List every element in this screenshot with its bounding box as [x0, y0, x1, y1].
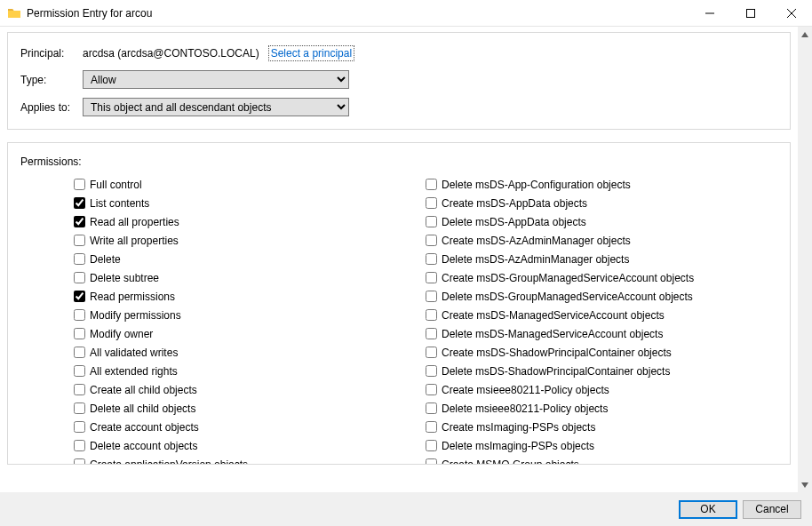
permission-item: Delete all child objects	[74, 399, 426, 418]
permissions-columns: Full controlList contentsRead all proper…	[20, 175, 777, 465]
permission-item: Delete msDS-AzAdminManager objects	[426, 250, 777, 268]
permission-checkbox[interactable]	[426, 365, 437, 377]
permission-item: List contents	[74, 194, 426, 212]
permission-checkbox[interactable]	[74, 365, 85, 377]
permissions-label: Permissions:	[20, 155, 777, 168]
scroll-up-icon[interactable]	[798, 27, 812, 42]
permission-label: Create msDS-ShadowPrincipalContainer obj…	[442, 347, 672, 359]
permission-item: Create applicationVersion objects	[74, 455, 426, 465]
permission-checkbox[interactable]	[74, 440, 85, 451]
permissions-col-right: Delete msDS-App-Configuration objectsCre…	[426, 175, 777, 465]
permission-item: Create msImaging-PSPs objects	[426, 418, 777, 436]
permission-checkbox[interactable]	[426, 347, 437, 358]
principal-label: Principal:	[20, 47, 83, 60]
permission-checkbox[interactable]	[74, 421, 85, 433]
permission-checkbox[interactable]	[426, 197, 437, 209]
permission-checkbox[interactable]	[74, 402, 85, 414]
permission-checkbox[interactable]	[426, 253, 437, 265]
permission-item: Create MSMQ Group objects	[426, 455, 777, 465]
permission-label: Delete msDS-AzAdminManager objects	[442, 253, 629, 266]
permission-checkbox[interactable]	[74, 253, 85, 265]
permission-checkbox[interactable]	[426, 309, 437, 321]
permission-label: Write all properties	[90, 235, 179, 247]
scroll-track[interactable]	[798, 42, 812, 477]
permission-label: Delete msDS-ManagedServiceAccount object…	[442, 328, 663, 340]
permission-item: Delete msieee80211-Policy objects	[426, 399, 777, 418]
permission-label: Delete msImaging-PSPs objects	[442, 440, 594, 452]
permission-label: Delete msDS-ShadowPrincipalContainer obj…	[442, 365, 670, 378]
principal-group: Principal: arcdsa (arcdsa@CONTOSO.LOCAL)…	[7, 32, 791, 130]
permission-checkbox[interactable]	[74, 272, 85, 283]
permissions-col-left: Full controlList contentsRead all proper…	[20, 175, 426, 465]
permission-checkbox[interactable]	[74, 216, 85, 227]
permission-checkbox[interactable]	[74, 458, 85, 465]
permission-item: Delete msImaging-PSPs objects	[426, 436, 777, 455]
permission-checkbox[interactable]	[74, 197, 85, 209]
permission-checkbox[interactable]	[74, 347, 85, 358]
permission-label: Full control	[90, 179, 142, 191]
permission-item: All validated writes	[74, 343, 426, 362]
permission-label: Delete	[90, 253, 121, 266]
permission-checkbox[interactable]	[74, 179, 85, 190]
permission-label: Modify permissions	[90, 309, 181, 322]
permission-label: Modify owner	[90, 328, 153, 340]
permission-checkbox[interactable]	[74, 384, 85, 395]
permission-checkbox[interactable]	[74, 235, 85, 246]
permission-item: Delete msDS-ShadowPrincipalContainer obj…	[426, 362, 777, 380]
permission-checkbox[interactable]	[426, 291, 437, 302]
close-button[interactable]	[771, 0, 812, 27]
permission-label: Create msDS-AppData objects	[442, 197, 587, 210]
permission-label: Delete msieee80211-Policy objects	[442, 402, 608, 415]
permission-label: Delete msDS-App-Configuration objects	[442, 179, 631, 191]
svg-rect-0	[747, 9, 755, 17]
vertical-scrollbar[interactable]	[798, 27, 812, 492]
permission-label: Read permissions	[90, 291, 175, 303]
permission-checkbox[interactable]	[426, 440, 437, 451]
minimize-button[interactable]	[689, 0, 730, 27]
permission-checkbox[interactable]	[426, 402, 437, 414]
permission-label: Read all properties	[90, 216, 179, 228]
permission-label: Create applicationVersion objects	[90, 458, 248, 466]
ok-button[interactable]: OK	[679, 500, 737, 519]
permissions-group: Permissions: Full controlList contentsRe…	[7, 142, 791, 465]
permission-label: Create all child objects	[90, 384, 197, 396]
permission-item: Delete msDS-AppData objects	[426, 212, 777, 231]
applies-to-label: Applies to:	[20, 101, 83, 114]
permission-checkbox[interactable]	[74, 291, 85, 302]
content-area: Principal: arcdsa (arcdsa@CONTOSO.LOCAL)…	[0, 27, 798, 492]
permission-checkbox[interactable]	[426, 421, 437, 433]
permission-item: Delete	[74, 250, 426, 268]
permission-checkbox[interactable]	[426, 458, 437, 465]
permission-checkbox[interactable]	[426, 328, 437, 339]
scroll-down-icon[interactable]	[798, 477, 812, 492]
permission-checkbox[interactable]	[426, 272, 437, 283]
permission-checkbox[interactable]	[426, 179, 437, 190]
maximize-button[interactable]	[730, 0, 771, 27]
permission-label: Create msDS-ManagedServiceAccount object…	[442, 309, 665, 322]
permission-label: Delete all child objects	[90, 402, 195, 415]
permission-label: Delete msDS-AppData objects	[442, 216, 586, 228]
cancel-button[interactable]: Cancel	[743, 500, 801, 519]
permission-checkbox[interactable]	[74, 328, 85, 339]
folder-icon	[7, 6, 21, 20]
permission-label: List contents	[90, 197, 149, 210]
select-principal-link[interactable]: Select a principal	[268, 45, 354, 61]
permission-checkbox[interactable]	[426, 235, 437, 246]
permission-item: Create msDS-ShadowPrincipalContainer obj…	[426, 343, 777, 362]
applies-to-select[interactable]: This object and all descendant objects	[83, 98, 349, 116]
permission-label: Create msieee80211-Policy objects	[442, 384, 609, 396]
permission-label: Create msDS-AzAdminManager objects	[442, 235, 631, 247]
permission-item: Modify permissions	[74, 306, 426, 324]
permission-checkbox[interactable]	[426, 216, 437, 227]
footer: OK Cancel	[0, 492, 812, 526]
type-select[interactable]: Allow	[83, 70, 349, 89]
permission-item: Full control	[74, 175, 426, 194]
permission-checkbox[interactable]	[426, 384, 437, 395]
permission-item: All extended rights	[74, 362, 426, 380]
permission-item: Read all properties	[74, 212, 426, 231]
permission-checkbox[interactable]	[74, 309, 85, 321]
permission-item: Create account objects	[74, 418, 426, 436]
permission-item: Delete account objects	[74, 436, 426, 455]
permission-label: All validated writes	[90, 347, 178, 359]
permission-label: Create msImaging-PSPs objects	[442, 421, 595, 434]
